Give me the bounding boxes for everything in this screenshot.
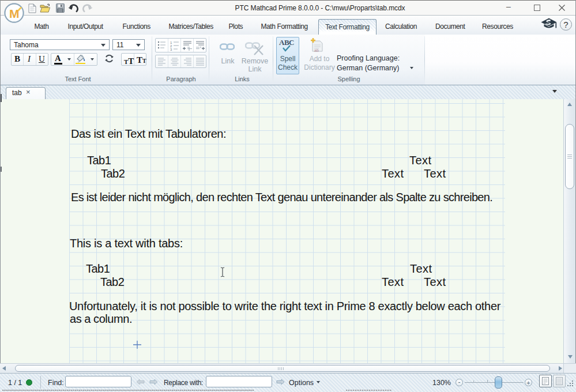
svg-text:?: ? [563, 20, 568, 29]
svg-text:M: M [9, 7, 20, 20]
svg-text:ab: ab [314, 48, 319, 52]
svg-text:3: 3 [170, 48, 172, 51]
